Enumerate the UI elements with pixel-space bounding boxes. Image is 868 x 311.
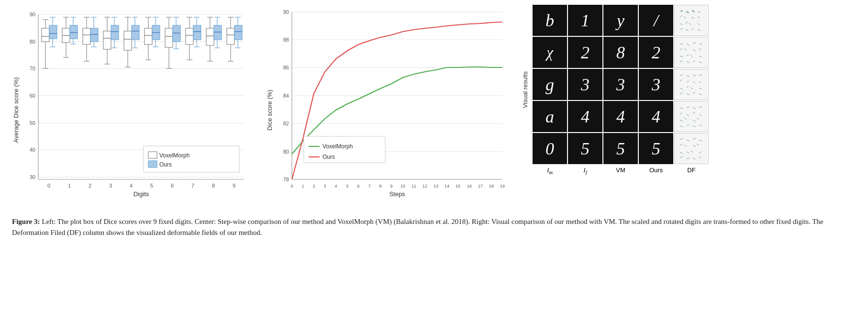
svg-rect-36 bbox=[70, 25, 78, 39]
svg-line-227 bbox=[699, 56, 701, 57]
col-label-df: DF bbox=[674, 167, 709, 175]
svg-rect-60 bbox=[111, 25, 119, 40]
svg-line-273 bbox=[687, 152, 689, 153]
visual-grid: b 1 y / bbox=[533, 5, 709, 175]
svg-rect-66 bbox=[124, 31, 132, 50]
figures-row: Average Dice score (%) 30 40 50 bbox=[10, 5, 858, 211]
svg-line-205 bbox=[684, 16, 686, 19]
cell-r3-ours: 3 bbox=[639, 69, 673, 100]
figure-label: Figure 3: bbox=[12, 218, 40, 225]
svg-line-204 bbox=[680, 15, 682, 17]
cell-r4-if: 4 bbox=[568, 101, 602, 132]
svg-text:0: 0 bbox=[47, 183, 50, 189]
svg-line-220 bbox=[680, 48, 682, 50]
svg-line-259 bbox=[697, 118, 699, 120]
svg-line-214 bbox=[691, 28, 694, 30]
svg-line-226 bbox=[690, 55, 693, 57]
svg-text:1: 1 bbox=[301, 184, 304, 189]
svg-line-267 bbox=[699, 140, 702, 141]
cell-r1-im: b bbox=[533, 5, 567, 36]
svg-text:90: 90 bbox=[283, 9, 289, 15]
svg-line-237 bbox=[687, 81, 689, 82]
svg-text:70: 70 bbox=[30, 66, 35, 71]
cell-r3-df bbox=[674, 69, 709, 100]
svg-line-278 bbox=[693, 158, 695, 159]
svg-rect-72 bbox=[132, 25, 139, 40]
svg-line-239 bbox=[699, 81, 701, 83]
svg-text:12: 12 bbox=[423, 184, 427, 189]
svg-line-232 bbox=[680, 75, 683, 76]
svg-text:9: 9 bbox=[390, 184, 392, 189]
visual-row-1: b 1 y / bbox=[533, 5, 709, 36]
svg-line-242 bbox=[690, 88, 693, 89]
svg-text:5: 5 bbox=[150, 183, 153, 189]
svg-rect-102 bbox=[186, 28, 193, 44]
svg-line-212 bbox=[680, 28, 683, 30]
svg-line-249 bbox=[687, 107, 690, 108]
svg-line-254 bbox=[693, 112, 695, 113]
visual-results-label: Visual results bbox=[522, 71, 529, 108]
svg-line-246 bbox=[693, 92, 695, 93]
left-chart: Average Dice score (%) 30 40 50 bbox=[10, 5, 258, 206]
svg-text:80: 80 bbox=[283, 149, 289, 155]
line-chart-svg: Dice score (%) 90 bbox=[263, 5, 512, 206]
svg-text:13: 13 bbox=[434, 184, 438, 189]
svg-line-264 bbox=[680, 138, 683, 140]
svg-text:2: 2 bbox=[312, 184, 315, 189]
cell-r1-if: 1 bbox=[568, 5, 602, 36]
svg-line-260 bbox=[680, 126, 683, 127]
svg-rect-42 bbox=[83, 28, 90, 44]
svg-line-208 bbox=[680, 23, 683, 25]
svg-rect-148 bbox=[144, 146, 239, 172]
svg-rect-78 bbox=[145, 28, 152, 44]
svg-text:15: 15 bbox=[456, 184, 460, 189]
svg-text:11: 11 bbox=[412, 184, 416, 189]
col-label-ours: Ours bbox=[639, 167, 673, 175]
svg-text:88: 88 bbox=[283, 37, 289, 43]
svg-line-245 bbox=[687, 94, 690, 95]
cell-r5-vm: 5 bbox=[603, 133, 638, 164]
svg-line-223 bbox=[699, 48, 701, 50]
cell-r2-ours: 2 bbox=[639, 37, 673, 68]
figure-caption: Figure 3: Left: The plot box of Dice sco… bbox=[10, 216, 858, 238]
svg-text:5: 5 bbox=[346, 184, 348, 189]
svg-line-218 bbox=[693, 43, 696, 44]
svg-rect-96 bbox=[173, 25, 180, 42]
caption-text: Left: The plot box of Dice scores over 9… bbox=[12, 218, 823, 236]
svg-text:4: 4 bbox=[334, 184, 337, 189]
svg-rect-54 bbox=[103, 31, 111, 49]
svg-line-270 bbox=[693, 145, 696, 146]
svg-line-211 bbox=[698, 23, 700, 25]
visual-row-2: χ 2 8 2 bbox=[533, 37, 709, 68]
center-chart: Dice score (%) 90 bbox=[263, 5, 512, 206]
svg-text:80: 80 bbox=[30, 39, 35, 44]
svg-line-243 bbox=[699, 88, 701, 89]
cell-r5-im: 0 bbox=[533, 133, 567, 164]
svg-line-271 bbox=[697, 144, 699, 145]
svg-line-277 bbox=[687, 158, 690, 159]
svg-line-203 bbox=[698, 11, 701, 12]
cell-r3-im: g bbox=[533, 69, 567, 100]
svg-line-248 bbox=[680, 108, 683, 109]
svg-line-234 bbox=[693, 75, 696, 76]
svg-line-206 bbox=[691, 17, 694, 19]
svg-line-238 bbox=[693, 81, 695, 83]
svg-rect-18 bbox=[42, 28, 49, 42]
svg-line-229 bbox=[687, 62, 690, 63]
svg-line-221 bbox=[684, 48, 687, 50]
svg-line-247 bbox=[699, 94, 702, 95]
cell-r5-df bbox=[674, 133, 709, 164]
svg-text:6: 6 bbox=[171, 183, 174, 189]
cell-r4-ours: 4 bbox=[639, 101, 673, 132]
cell-r4-df bbox=[674, 101, 709, 132]
cell-r5-if: 5 bbox=[568, 133, 602, 164]
svg-text:82: 82 bbox=[283, 121, 289, 126]
svg-rect-149 bbox=[148, 152, 157, 158]
cell-r1-vm: y bbox=[603, 5, 638, 36]
svg-text:3: 3 bbox=[323, 184, 326, 189]
svg-text:Dice score (%): Dice score (%) bbox=[266, 89, 273, 130]
cell-r2-vm: 8 bbox=[603, 37, 638, 68]
svg-text:40: 40 bbox=[30, 147, 35, 153]
svg-text:8: 8 bbox=[379, 184, 381, 189]
svg-line-216 bbox=[680, 44, 683, 44]
